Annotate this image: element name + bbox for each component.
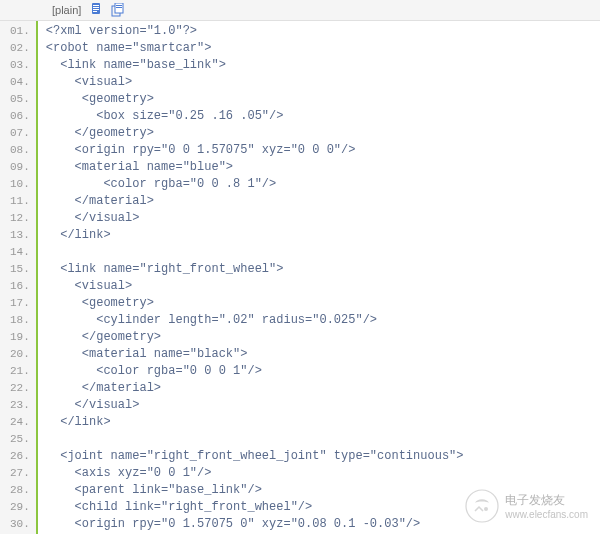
- code-line: <visual>: [46, 278, 600, 295]
- code-line: <robot name="smartcar">: [46, 40, 600, 57]
- code-line: <axis xyz="0 0 1"/>: [46, 465, 600, 482]
- line-number: 11.: [10, 193, 30, 210]
- code-line: </visual>: [46, 397, 600, 414]
- line-number: 06.: [10, 108, 30, 125]
- line-number: 17.: [10, 295, 30, 312]
- line-number: 10.: [10, 176, 30, 193]
- line-number: 02.: [10, 40, 30, 57]
- code-line: [46, 431, 600, 448]
- svg-point-10: [484, 507, 488, 511]
- code-line: </visual>: [46, 210, 600, 227]
- line-number: 30.: [10, 516, 30, 533]
- line-number: 27.: [10, 465, 30, 482]
- svg-rect-4: [93, 11, 97, 12]
- line-number: 04.: [10, 74, 30, 91]
- line-number: 03.: [10, 57, 30, 74]
- svg-rect-7: [116, 5, 122, 6]
- line-number: 20.: [10, 346, 30, 363]
- code-block: 01.02.03.04.05.06.07.08.09.10.11.12.13.1…: [0, 21, 600, 534]
- code-line: <cylinder length=".02" radius="0.025"/>: [46, 312, 600, 329]
- svg-rect-3: [93, 9, 99, 10]
- watermark-brand: 电子发烧友: [505, 492, 565, 509]
- view-mode-label[interactable]: [plain]: [52, 4, 81, 16]
- watermark-url: www.elecfans.com: [505, 509, 588, 520]
- line-number: 09.: [10, 159, 30, 176]
- code-line: </material>: [46, 193, 600, 210]
- line-number: 21.: [10, 363, 30, 380]
- code-content: <?xml version="1.0"?><robot name="smartc…: [38, 21, 600, 534]
- code-toolbar: [plain]: [0, 0, 600, 21]
- line-number: 22.: [10, 380, 30, 397]
- svg-rect-0: [92, 3, 100, 14]
- code-line: <visual>: [46, 74, 600, 91]
- watermark: 电子发烧友 www.elecfans.com: [465, 489, 588, 523]
- svg-rect-2: [93, 7, 99, 8]
- svg-rect-1: [93, 5, 99, 6]
- code-line: <joint name="right_front_wheel_joint" ty…: [46, 448, 600, 465]
- code-line: <material name="black">: [46, 346, 600, 363]
- line-number: 28.: [10, 482, 30, 499]
- brand-logo-icon: [465, 489, 499, 523]
- line-number: 23.: [10, 397, 30, 414]
- line-number: 15.: [10, 261, 30, 278]
- code-line: <?xml version="1.0"?>: [46, 23, 600, 40]
- code-line: <color rgba="0 0 0 1"/>: [46, 363, 600, 380]
- line-number: 24.: [10, 414, 30, 431]
- line-number: 16.: [10, 278, 30, 295]
- code-line: <link name="base_link">: [46, 57, 600, 74]
- code-line: <material name="blue">: [46, 159, 600, 176]
- code-line: </geometry>: [46, 125, 600, 142]
- line-number: 29.: [10, 499, 30, 516]
- line-number: 07.: [10, 125, 30, 142]
- copy-icon[interactable]: [89, 3, 103, 17]
- code-line: <color rgba="0 0 .8 1"/>: [46, 176, 600, 193]
- line-number: 19.: [10, 329, 30, 346]
- line-number: 14.: [10, 244, 30, 261]
- code-line: </geometry>: [46, 329, 600, 346]
- line-number: 18.: [10, 312, 30, 329]
- code-line: </link>: [46, 414, 600, 431]
- line-number: 25.: [10, 431, 30, 448]
- line-number: 05.: [10, 91, 30, 108]
- line-number: 08.: [10, 142, 30, 159]
- code-line: <origin rpy="0 0 1.57075" xyz="0 0 0"/>: [46, 142, 600, 159]
- code-line: <geometry>: [46, 91, 600, 108]
- line-number: 26.: [10, 448, 30, 465]
- svg-rect-8: [116, 7, 122, 8]
- code-line: </material>: [46, 380, 600, 397]
- line-number-gutter: 01.02.03.04.05.06.07.08.09.10.11.12.13.1…: [0, 21, 38, 534]
- code-line: <box size="0.25 .16 .05"/>: [46, 108, 600, 125]
- line-number: 13.: [10, 227, 30, 244]
- line-number: 01.: [10, 23, 30, 40]
- code-line: <geometry>: [46, 295, 600, 312]
- code-line: </link>: [46, 227, 600, 244]
- code-line: [46, 244, 600, 261]
- svg-point-9: [466, 490, 498, 522]
- line-number: 12.: [10, 210, 30, 227]
- code-line: <link name="right_front_wheel">: [46, 261, 600, 278]
- new-window-icon[interactable]: [111, 3, 125, 17]
